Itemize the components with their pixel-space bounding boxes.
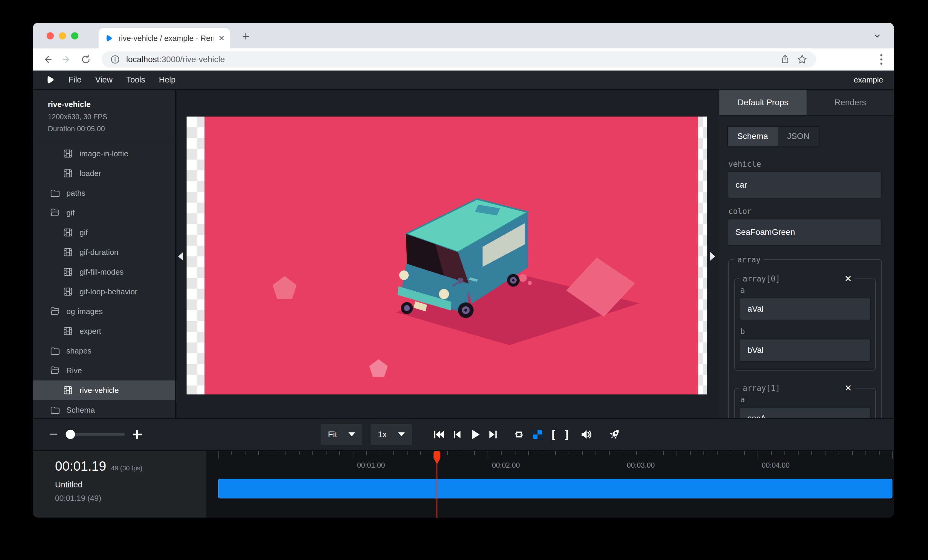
timeline-clip-bar[interactable]: [218, 479, 893, 498]
ruler-tick: [245, 451, 246, 455]
toggle-schema[interactable]: Schema: [728, 127, 778, 146]
ruler-tick: [461, 451, 461, 455]
sidebar-item-Schema[interactable]: Schema: [33, 400, 175, 418]
folder-icon: [50, 188, 60, 198]
collapse-left-sidebar-handle[interactable]: [178, 252, 183, 260]
sidebar-item-label: gif-duration: [79, 248, 118, 257]
site-info-icon[interactable]: [110, 55, 120, 65]
array-0-a-label: a: [740, 286, 871, 295]
zoom-in-icon[interactable]: [133, 430, 142, 439]
ruler-tick: [447, 451, 448, 455]
sidebar-item-shapes[interactable]: shapes: [33, 341, 175, 361]
play-button[interactable]: [469, 429, 481, 440]
previous-frame-button[interactable]: [451, 429, 462, 440]
collapse-right-sidebar-handle[interactable]: [710, 252, 715, 260]
ruler-tick: [366, 451, 367, 455]
menu-view[interactable]: View: [89, 75, 120, 85]
menu-help[interactable]: Help: [152, 75, 183, 85]
sidebar-item-paths[interactable]: paths: [33, 183, 175, 203]
ruler-tick: [569, 451, 569, 455]
array-0-a-input[interactable]: [740, 298, 871, 320]
remove-array-item-1-icon[interactable]: ✕: [844, 384, 852, 393]
sidebar-item-og-images[interactable]: og-images: [33, 301, 175, 321]
sidebar-item-label: shapes: [66, 346, 92, 356]
ruler-tick: [825, 451, 826, 455]
minimize-window-button[interactable]: [59, 32, 66, 40]
zoom-slider[interactable]: [65, 433, 125, 436]
color-field-input[interactable]: [728, 219, 882, 246]
current-time: 00:01.19: [55, 459, 106, 474]
compositions-sidebar: rive-vehicle 1200x630, 30 FPS Duration 0…: [33, 90, 176, 418]
toggle-json[interactable]: JSON: [778, 127, 819, 146]
sidebar-item-gif[interactable]: gif: [33, 223, 175, 242]
ruler-tick: [515, 451, 516, 455]
film-icon: [63, 267, 73, 277]
close-window-button[interactable]: [47, 32, 54, 40]
render-rocket-button[interactable]: [608, 428, 621, 441]
film-icon: [63, 168, 73, 178]
forward-icon[interactable]: [61, 54, 72, 65]
ruler-label: 00:02.00: [492, 461, 520, 469]
ruler-tick: [731, 451, 731, 455]
zoom-slider-knob[interactable]: [66, 430, 75, 439]
menu-file[interactable]: File: [62, 75, 89, 85]
zoom-controls: [50, 419, 142, 450]
volume-button[interactable]: [580, 428, 592, 441]
playhead-marker[interactable]: [433, 451, 441, 465]
sidebar-item-gif[interactable]: gif: [33, 203, 175, 223]
menu-tools[interactable]: Tools: [120, 75, 152, 85]
tab-search-chevron-icon[interactable]: [872, 31, 882, 41]
next-frame-button[interactable]: [487, 429, 499, 440]
sidebar-item-expert[interactable]: expert: [33, 321, 175, 341]
sidebar-item-rive-vehicle[interactable]: rive-vehicle: [33, 380, 175, 400]
remotion-logo-icon[interactable]: [46, 75, 56, 85]
app-menu-bar: File View Tools Help example: [33, 70, 894, 90]
url-bar[interactable]: localhost:3000/rive-vehicle: [102, 52, 816, 67]
tab-close-icon[interactable]: ✕: [218, 34, 225, 43]
sidebar-item-Rive[interactable]: Rive: [33, 361, 175, 380]
tab-renders[interactable]: Renders: [807, 90, 894, 115]
ruler-tick: [623, 451, 623, 459]
timeline-ruler[interactable]: 00:01.0000:02.0000:03.0000:04.00: [218, 451, 894, 472]
tab-default-props[interactable]: Default Props: [719, 90, 807, 115]
sidebar-item-loader[interactable]: loader: [33, 163, 175, 183]
bookmark-star-icon[interactable]: [797, 54, 808, 65]
jump-to-start-button[interactable]: [433, 429, 444, 440]
vehicle-artwork: [205, 117, 698, 394]
sidebar-item-image-in-lottie[interactable]: image-in-lottie: [33, 144, 175, 163]
film-icon: [63, 326, 73, 336]
zoom-out-icon[interactable]: [50, 434, 57, 435]
array-1-a-input[interactable]: [740, 407, 871, 418]
sidebar-item-label: gif-loop-behavior: [79, 287, 137, 297]
set-in-point-button[interactable]: [: [550, 428, 557, 441]
ruler-tick: [474, 451, 475, 455]
array-0-b-input[interactable]: [740, 339, 871, 362]
ruler-tick: [231, 451, 232, 455]
loop-toggle-button[interactable]: [513, 429, 525, 440]
browser-toolbar: localhost:3000/rive-vehicle: [33, 49, 894, 70]
sidebar-item-gif-fill-modes[interactable]: gif-fill-modes: [33, 262, 175, 282]
array-item-1-label: array[1]: [743, 384, 780, 393]
new-tab-button[interactable]: +: [242, 29, 250, 44]
fullscreen-window-button[interactable]: [71, 32, 78, 40]
track-duration: 00:01.19 (49): [55, 494, 197, 503]
sidebar-item-gif-duration[interactable]: gif-duration: [33, 242, 175, 262]
browser-menu-kebab-icon[interactable]: [879, 53, 883, 66]
vehicle-field-input[interactable]: [728, 172, 882, 198]
array-1-a-label: a: [740, 395, 871, 404]
ruler-tick: [218, 451, 218, 459]
ruler-tick: [555, 451, 556, 455]
composition-preview: [186, 117, 707, 394]
array-item-0-label: array[0]: [743, 274, 780, 283]
playback-rate-dropdown[interactable]: 1x: [371, 424, 412, 445]
reload-icon[interactable]: [80, 54, 92, 65]
transparency-checkerboard-toggle[interactable]: [531, 429, 543, 440]
remove-array-item-0-icon[interactable]: ✕: [844, 274, 852, 283]
color-field-label: color: [728, 207, 882, 216]
set-out-point-button[interactable]: ]: [563, 428, 570, 441]
fit-dropdown[interactable]: Fit: [321, 424, 362, 445]
sidebar-item-gif-loop-behavior[interactable]: gif-loop-behavior: [33, 282, 175, 301]
share-icon[interactable]: [780, 54, 791, 65]
browser-tab[interactable]: rive-vehicle / example - Remoti ✕: [99, 28, 230, 49]
back-icon[interactable]: [42, 54, 53, 65]
